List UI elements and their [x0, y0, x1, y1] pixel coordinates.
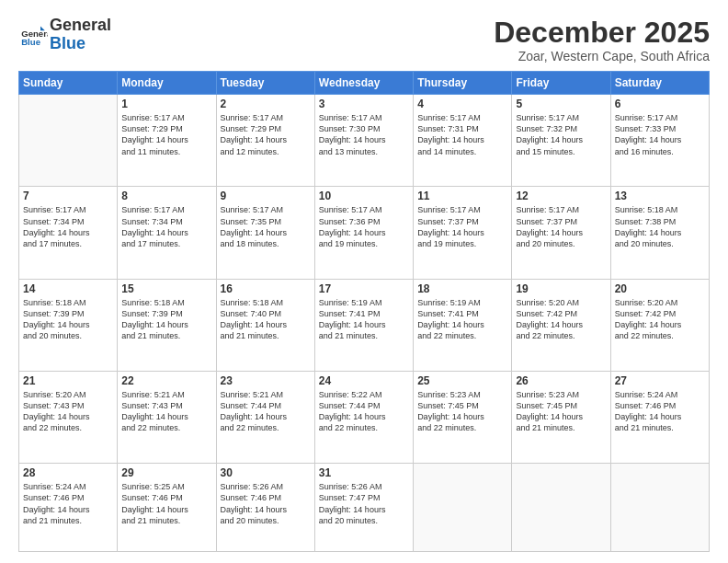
table-cell: 4Sunrise: 5:17 AM Sunset: 7:31 PM Daylig…: [414, 95, 512, 187]
day-info: Sunrise: 5:21 AM Sunset: 7:44 PM Dayligh…: [221, 389, 311, 434]
day-info: Sunrise: 5:17 AM Sunset: 7:35 PM Dayligh…: [221, 204, 311, 249]
day-number: 9: [221, 190, 311, 202]
table-cell: 5Sunrise: 5:17 AM Sunset: 7:32 PM Daylig…: [512, 95, 610, 187]
week-row-0: 1Sunrise: 5:17 AM Sunset: 7:29 PM Daylig…: [19, 95, 710, 187]
day-number: 31: [319, 466, 409, 479]
table-cell: 1Sunrise: 5:17 AM Sunset: 7:29 PM Daylig…: [118, 95, 216, 187]
day-number: 6: [615, 98, 705, 110]
weekday-header-row: Sunday Monday Tuesday Wednesday Thursday…: [19, 72, 710, 95]
day-number: 22: [121, 374, 211, 387]
day-number: 16: [221, 282, 311, 295]
day-number: 29: [121, 466, 211, 479]
day-info: Sunrise: 5:22 AM Sunset: 7:44 PM Dayligh…: [319, 389, 409, 434]
day-info: Sunrise: 5:17 AM Sunset: 7:32 PM Dayligh…: [516, 112, 606, 157]
table-cell: 15Sunrise: 5:18 AM Sunset: 7:39 PM Dayli…: [118, 279, 216, 371]
table-cell: 12Sunrise: 5:17 AM Sunset: 7:37 PM Dayli…: [512, 187, 610, 279]
table-cell: 13Sunrise: 5:18 AM Sunset: 7:38 PM Dayli…: [610, 187, 709, 279]
table-cell: [19, 95, 118, 187]
day-number: 15: [121, 282, 211, 295]
day-info: Sunrise: 5:17 AM Sunset: 7:37 PM Dayligh…: [516, 204, 606, 249]
day-info: Sunrise: 5:18 AM Sunset: 7:40 PM Dayligh…: [221, 297, 311, 342]
day-info: Sunrise: 5:19 AM Sunset: 7:41 PM Dayligh…: [319, 297, 409, 342]
day-number: 12: [516, 190, 606, 202]
day-info: Sunrise: 5:20 AM Sunset: 7:42 PM Dayligh…: [516, 297, 606, 342]
day-info: Sunrise: 5:17 AM Sunset: 7:34 PM Dayligh…: [121, 204, 211, 249]
header-thursday: Thursday: [414, 72, 512, 95]
day-number: 26: [516, 374, 606, 387]
day-info: Sunrise: 5:17 AM Sunset: 7:33 PM Dayligh…: [615, 112, 705, 157]
table-cell: 11Sunrise: 5:17 AM Sunset: 7:37 PM Dayli…: [414, 187, 512, 279]
table-cell: 19Sunrise: 5:20 AM Sunset: 7:42 PM Dayli…: [512, 279, 610, 371]
day-number: 21: [23, 374, 113, 387]
week-row-4: 28Sunrise: 5:24 AM Sunset: 7:46 PM Dayli…: [19, 464, 710, 552]
table-cell: 14Sunrise: 5:18 AM Sunset: 7:39 PM Dayli…: [19, 279, 118, 371]
day-info: Sunrise: 5:20 AM Sunset: 7:42 PM Dayligh…: [615, 297, 705, 342]
table-cell: 17Sunrise: 5:19 AM Sunset: 7:41 PM Dayli…: [314, 279, 413, 371]
day-number: 3: [319, 98, 409, 110]
month-title: December 2025: [494, 17, 710, 49]
day-info: Sunrise: 5:18 AM Sunset: 7:39 PM Dayligh…: [121, 297, 211, 342]
day-info: Sunrise: 5:17 AM Sunset: 7:34 PM Dayligh…: [23, 204, 113, 249]
table-cell: [512, 464, 610, 552]
table-cell: [610, 464, 709, 552]
day-info: Sunrise: 5:18 AM Sunset: 7:39 PM Dayligh…: [23, 297, 113, 342]
subtitle: Zoar, Western Cape, South Africa: [494, 49, 710, 63]
day-info: Sunrise: 5:20 AM Sunset: 7:43 PM Dayligh…: [23, 389, 113, 434]
header-tuesday: Tuesday: [216, 72, 314, 95]
day-info: Sunrise: 5:25 AM Sunset: 7:46 PM Dayligh…: [121, 481, 211, 526]
week-row-1: 7Sunrise: 5:17 AM Sunset: 7:34 PM Daylig…: [19, 187, 710, 279]
logo-icon: General Blue: [18, 20, 48, 50]
page: General Blue General Blue December 2025 …: [0, 0, 728, 563]
day-info: Sunrise: 5:17 AM Sunset: 7:30 PM Dayligh…: [319, 112, 409, 157]
header-monday: Monday: [118, 72, 216, 95]
day-info: Sunrise: 5:17 AM Sunset: 7:36 PM Dayligh…: [319, 204, 409, 249]
table-cell: 25Sunrise: 5:23 AM Sunset: 7:45 PM Dayli…: [414, 372, 512, 464]
day-number: 5: [516, 98, 606, 110]
table-cell: 22Sunrise: 5:21 AM Sunset: 7:43 PM Dayli…: [118, 372, 216, 464]
table-cell: [414, 464, 512, 552]
table-cell: 28Sunrise: 5:24 AM Sunset: 7:46 PM Dayli…: [19, 464, 118, 552]
day-number: 27: [615, 374, 705, 387]
day-info: Sunrise: 5:26 AM Sunset: 7:47 PM Dayligh…: [319, 481, 409, 526]
table-cell: 24Sunrise: 5:22 AM Sunset: 7:44 PM Dayli…: [314, 372, 413, 464]
table-cell: 27Sunrise: 5:24 AM Sunset: 7:46 PM Dayli…: [610, 372, 709, 464]
day-number: 11: [417, 190, 507, 202]
day-number: 24: [319, 374, 409, 387]
day-info: Sunrise: 5:17 AM Sunset: 7:29 PM Dayligh…: [221, 112, 311, 157]
table-cell: 23Sunrise: 5:21 AM Sunset: 7:44 PM Dayli…: [216, 372, 314, 464]
day-number: 8: [121, 190, 211, 202]
table-cell: 21Sunrise: 5:20 AM Sunset: 7:43 PM Dayli…: [19, 372, 118, 464]
day-info: Sunrise: 5:17 AM Sunset: 7:29 PM Dayligh…: [121, 112, 211, 157]
table-cell: 20Sunrise: 5:20 AM Sunset: 7:42 PM Dayli…: [610, 279, 709, 371]
table-cell: 18Sunrise: 5:19 AM Sunset: 7:41 PM Dayli…: [414, 279, 512, 371]
day-number: 23: [221, 374, 311, 387]
day-info: Sunrise: 5:19 AM Sunset: 7:41 PM Dayligh…: [417, 297, 507, 342]
table-cell: 2Sunrise: 5:17 AM Sunset: 7:29 PM Daylig…: [216, 95, 314, 187]
header-friday: Friday: [512, 72, 610, 95]
day-number: 2: [221, 98, 311, 110]
day-info: Sunrise: 5:23 AM Sunset: 7:45 PM Dayligh…: [417, 389, 507, 434]
table-cell: 8Sunrise: 5:17 AM Sunset: 7:34 PM Daylig…: [118, 187, 216, 279]
day-number: 13: [615, 190, 705, 202]
header-saturday: Saturday: [610, 72, 709, 95]
day-info: Sunrise: 5:24 AM Sunset: 7:46 PM Dayligh…: [23, 481, 113, 526]
day-info: Sunrise: 5:18 AM Sunset: 7:38 PM Dayligh…: [615, 204, 705, 249]
day-info: Sunrise: 5:17 AM Sunset: 7:31 PM Dayligh…: [417, 112, 507, 157]
table-cell: 29Sunrise: 5:25 AM Sunset: 7:46 PM Dayli…: [118, 464, 216, 552]
logo-text: General Blue: [50, 17, 111, 53]
table-cell: 3Sunrise: 5:17 AM Sunset: 7:30 PM Daylig…: [314, 95, 413, 187]
header-sunday: Sunday: [19, 72, 118, 95]
table-cell: 31Sunrise: 5:26 AM Sunset: 7:47 PM Dayli…: [314, 464, 413, 552]
day-number: 18: [417, 282, 507, 295]
day-number: 19: [516, 282, 606, 295]
title-block: December 2025 Zoar, Western Cape, South …: [494, 17, 710, 63]
day-number: 4: [417, 98, 507, 110]
day-info: Sunrise: 5:17 AM Sunset: 7:37 PM Dayligh…: [417, 204, 507, 249]
header: General Blue General Blue December 2025 …: [18, 17, 710, 63]
day-info: Sunrise: 5:23 AM Sunset: 7:45 PM Dayligh…: [516, 389, 606, 434]
week-row-2: 14Sunrise: 5:18 AM Sunset: 7:39 PM Dayli…: [19, 279, 710, 371]
table-cell: 7Sunrise: 5:17 AM Sunset: 7:34 PM Daylig…: [19, 187, 118, 279]
day-number: 17: [319, 282, 409, 295]
day-number: 1: [121, 98, 211, 110]
table-cell: 30Sunrise: 5:26 AM Sunset: 7:46 PM Dayli…: [216, 464, 314, 552]
